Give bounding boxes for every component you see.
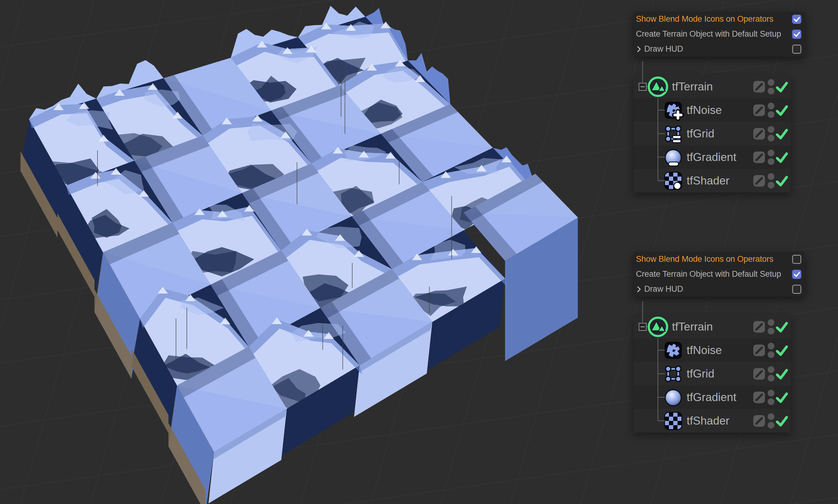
- terraform-options-panel-1: Show Blend Mode Icons on Operators Creat…: [633, 12, 805, 56]
- visibility-dots-icon[interactable]: [767, 412, 775, 430]
- tree-item-tfshader[interactable]: tfShader: [633, 409, 791, 433]
- tree-item-tfnoise[interactable]: tfNoise: [633, 339, 791, 362]
- checkbox-draw-hud[interactable]: [792, 285, 801, 294]
- enabled-check-icon[interactable]: [775, 174, 789, 188]
- enabled-check-icon[interactable]: [775, 150, 789, 164]
- checkbox-show-blend-icons[interactable]: [792, 255, 801, 264]
- visibility-dots-icon[interactable]: [767, 342, 775, 359]
- object-name[interactable]: tfGradient: [687, 391, 736, 404]
- checkbox-draw-hud[interactable]: [792, 44, 801, 54]
- gradient-icon[interactable]: [664, 389, 682, 406]
- option-row-create-terrain: Create Terrain Object with Default Setup: [633, 26, 805, 41]
- visibility-dots-icon[interactable]: [767, 148, 775, 166]
- edit-toggle-icon[interactable]: [753, 415, 765, 427]
- object-name[interactable]: tfGradient: [687, 151, 736, 164]
- enabled-check-icon[interactable]: [775, 80, 789, 94]
- enabled-check-icon[interactable]: [775, 343, 789, 357]
- edit-toggle-icon[interactable]: [753, 391, 765, 403]
- checkbox-create-terrain[interactable]: [792, 270, 801, 279]
- option-label-create-terrain: Create Terrain Object with Default Setup: [636, 29, 781, 39]
- noise-icon[interactable]: [664, 102, 682, 119]
- edit-toggle-icon[interactable]: [753, 321, 765, 333]
- chevron-right-icon[interactable]: [636, 46, 642, 53]
- object-name[interactable]: tfTerrain: [672, 80, 713, 93]
- object-name[interactable]: tfGrid: [687, 127, 714, 140]
- terrain-icon[interactable]: [647, 316, 669, 338]
- enabled-check-icon[interactable]: [775, 367, 789, 381]
- visibility-dots-icon[interactable]: [767, 125, 775, 143]
- enabled-check-icon[interactable]: [775, 320, 789, 334]
- object-tree-without-blend-badges: tfTerraintfNoisetfGridtfGradienttfShader: [633, 315, 791, 433]
- chevron-right-icon[interactable]: [636, 286, 642, 293]
- noise-icon[interactable]: [664, 342, 682, 359]
- edit-toggle-icon[interactable]: [753, 104, 765, 116]
- tree-item-tfgradient[interactable]: tfGradient: [633, 385, 791, 409]
- object-name[interactable]: tfTerrain: [672, 320, 713, 333]
- option-row-show-blend-icons: Show Blend Mode Icons on Operators: [633, 252, 805, 267]
- enabled-check-icon[interactable]: [775, 127, 789, 141]
- tree-item-tfterrain[interactable]: tfTerrain: [633, 315, 791, 339]
- object-name[interactable]: tfShader: [687, 414, 730, 427]
- edit-toggle-icon[interactable]: [753, 344, 765, 357]
- option-label-show-blend-icons: Show Blend Mode Icons on Operators: [636, 254, 773, 264]
- grid-icon[interactable]: [664, 125, 682, 143]
- tree-item-tfgrid[interactable]: tfGrid: [633, 362, 791, 385]
- visibility-dots-icon[interactable]: [767, 78, 775, 96]
- edit-toggle-icon[interactable]: [753, 128, 765, 140]
- option-row-draw-hud: Draw HUD: [633, 41, 805, 56]
- visibility-dots-icon[interactable]: [767, 102, 775, 119]
- checkbox-show-blend-icons[interactable]: [792, 15, 801, 24]
- option-label-show-blend-icons: Show Blend Mode Icons on Operators: [636, 14, 773, 24]
- enabled-check-icon[interactable]: [775, 390, 789, 404]
- enabled-check-icon[interactable]: [775, 103, 789, 117]
- grid-icon[interactable]: [664, 365, 682, 383]
- tree-item-tfgrid[interactable]: tfGrid: [633, 122, 791, 145]
- visibility-dots-icon[interactable]: [767, 389, 775, 406]
- shader-icon[interactable]: [664, 412, 682, 430]
- tree-item-tfshader[interactable]: tfShader: [633, 169, 791, 193]
- object-tree-with-blend-badges: tfTerraintfNoisetfGridtfGradienttfShader: [633, 75, 791, 193]
- terraform-options-panel-2: Show Blend Mode Icons on Operators Creat…: [633, 252, 805, 296]
- tree-item-tfterrain[interactable]: tfTerrain: [633, 75, 791, 98]
- gradient-icon[interactable]: [664, 148, 682, 166]
- object-name[interactable]: tfShader: [687, 175, 730, 187]
- option-row-show-blend-icons: Show Blend Mode Icons on Operators: [633, 12, 805, 26]
- option-label-draw-hud: Draw HUD: [644, 284, 683, 294]
- object-name[interactable]: tfNoise: [687, 344, 722, 357]
- terrain-icon[interactable]: [647, 76, 669, 98]
- checkbox-create-terrain[interactable]: [792, 30, 801, 39]
- collapse-toggle[interactable]: [639, 83, 647, 91]
- object-name[interactable]: tfGrid: [687, 367, 714, 380]
- enabled-check-icon[interactable]: [775, 414, 789, 428]
- visibility-dots-icon[interactable]: [767, 172, 775, 190]
- tree-item-tfnoise[interactable]: tfNoise: [633, 98, 791, 122]
- option-label-create-terrain: Create Terrain Object with Default Setup: [636, 269, 781, 279]
- edit-toggle-icon[interactable]: [753, 151, 765, 163]
- tree-item-tfgradient[interactable]: tfGradient: [633, 145, 791, 169]
- visibility-dots-icon[interactable]: [767, 318, 775, 336]
- edit-toggle-icon[interactable]: [753, 80, 765, 93]
- option-row-create-terrain: Create Terrain Object with Default Setup: [633, 267, 805, 282]
- edit-toggle-icon[interactable]: [753, 368, 765, 380]
- shader-icon[interactable]: [664, 172, 682, 190]
- edit-toggle-icon[interactable]: [753, 175, 765, 187]
- option-row-draw-hud: Draw HUD: [633, 282, 805, 296]
- option-label-draw-hud: Draw HUD: [644, 44, 683, 54]
- collapse-toggle[interactable]: [639, 323, 647, 331]
- visibility-dots-icon[interactable]: [767, 365, 775, 383]
- object-name[interactable]: tfNoise: [687, 104, 722, 117]
